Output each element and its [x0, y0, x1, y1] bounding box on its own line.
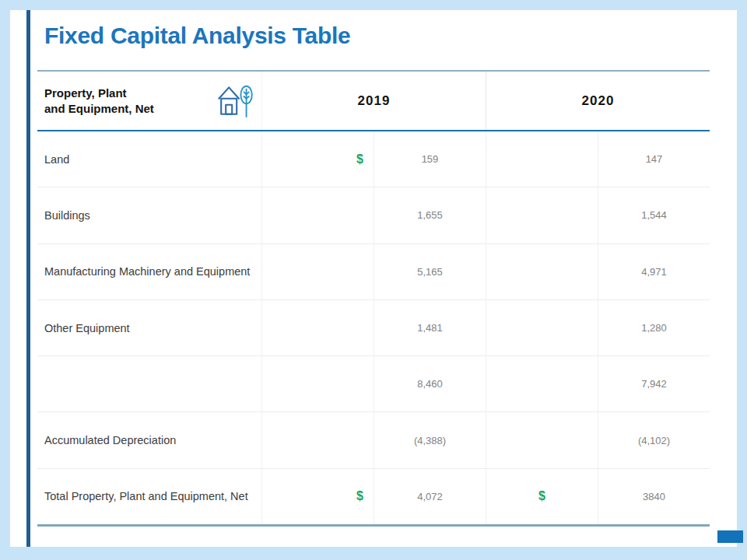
value-2020: 1,280: [598, 300, 710, 355]
table-header-label: Property, Plant and Equipment, Net: [44, 86, 154, 117]
table-row-land: Land $ 159 147: [37, 131, 710, 187]
table-body: Land $ 159 147 Buildings 1,655 1,544 Man…: [37, 131, 710, 524]
dollar-sign-2020: [486, 300, 598, 355]
table-row-total: Total Property, Plant and Equipment, Net…: [37, 468, 710, 524]
dollar-sign-2020: [486, 131, 598, 187]
value-2019: (4,388): [374, 412, 486, 467]
table-row-buildings: Buildings 1,655 1,544: [37, 187, 710, 243]
value-2019: 1,481: [374, 300, 486, 355]
row-label: Manufacturing Machinery and Equipment: [37, 244, 261, 299]
bottom-right-accent: [717, 530, 743, 543]
value-2020: 4,971: [598, 244, 710, 299]
value-2020: 1,544: [598, 187, 710, 243]
row-label: Buildings: [37, 187, 261, 243]
dollar-sign-2019: [261, 187, 374, 243]
dollar-sign-2019: [261, 244, 374, 299]
value-2019: 1,655: [374, 187, 486, 243]
value-2020: 3840: [598, 469, 710, 524]
table-header-label-cell: Property, Plant and Equipment, Net: [37, 72, 261, 130]
dollar-sign-2020: $: [486, 469, 598, 524]
slide-content: Fixed Capital Analysis Table Property, P…: [10, 10, 737, 547]
value-2019: 5,165: [374, 244, 486, 299]
value-2020: 147: [598, 131, 710, 187]
table-row-machinery: Manufacturing Machinery and Equipment 5,…: [37, 243, 710, 299]
page-title: Fixed Capital Analysis Table: [44, 23, 350, 49]
value-2020: 7,942: [598, 356, 710, 411]
left-accent-bar: [26, 10, 30, 547]
fixed-capital-table: Property, Plant and Equipment, Net: [37, 70, 710, 527]
dollar-sign-2019: $: [261, 469, 374, 524]
table-header-label-line2: and Equipment, Net: [44, 101, 154, 117]
column-header-2019: 2019: [261, 72, 486, 130]
dollar-sign-2020: [486, 412, 598, 467]
value-2020: (4,102): [598, 412, 710, 467]
row-label: Other Equipment: [37, 300, 261, 355]
table-header-label-line1: Property, Plant: [44, 86, 154, 101]
dollar-sign-2020: [486, 356, 598, 411]
value-2019: 159: [374, 131, 486, 187]
row-label: Land: [37, 131, 261, 187]
dollar-sign-2020: [486, 187, 598, 243]
dollar-sign-2019: [261, 356, 374, 411]
house-and-tree-icon: [217, 82, 254, 121]
column-header-2020: 2020: [486, 72, 710, 130]
dollar-sign-2019: [261, 412, 374, 467]
table-row-other-equipment: Other Equipment 1,481 1,280: [37, 299, 710, 355]
row-label: Total Property, Plant and Equipment, Net: [37, 469, 261, 524]
row-label: Accumulated Depreciation: [37, 412, 261, 467]
table-row-subtotal: 8,460 7,942: [37, 355, 710, 411]
table-header-row: Property, Plant and Equipment, Net: [37, 72, 710, 131]
dollar-sign-2020: [486, 244, 598, 299]
row-label: [37, 356, 261, 411]
value-2019: 8,460: [374, 356, 486, 411]
value-2019: 4,072: [374, 469, 486, 524]
dollar-sign-2019: $: [261, 131, 374, 187]
dollar-sign-2019: [261, 300, 374, 355]
table-row-accumulated-depreciation: Accumulated Depreciation (4,388) (4,102): [37, 411, 710, 467]
